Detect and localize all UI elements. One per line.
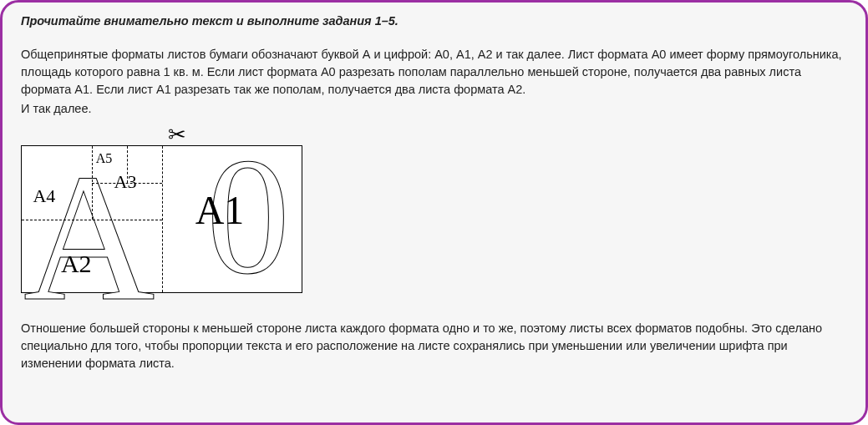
scissors-icon: ✂ [168,124,186,145]
label-a1: A1 [195,190,245,230]
paper-frame: A 0 A5 A3 A4 A2 A1 [21,145,302,293]
paragraph-1: Общепринятые форматы листов бумаги обозн… [21,46,847,99]
paragraph-2: Отношение большей стороны к меньшей стор… [21,320,847,372]
task-card: Прочитайте внимательно текст и выполните… [0,0,868,425]
paragraph-1-tail: И так далее. [21,100,847,118]
paper-formats-figure: ✂ A 0 A5 A3 A4 A2 A1 [21,126,305,293]
label-a5: A5 [96,152,113,165]
cut-line-vertical-half [162,146,163,292]
label-a3: A3 [114,173,137,191]
label-a2: A2 [61,251,92,276]
instruction-text: Прочитайте внимательно текст и выполните… [21,14,847,28]
label-a4: A4 [33,187,55,205]
cut-line-horizontal-half [22,220,162,220]
